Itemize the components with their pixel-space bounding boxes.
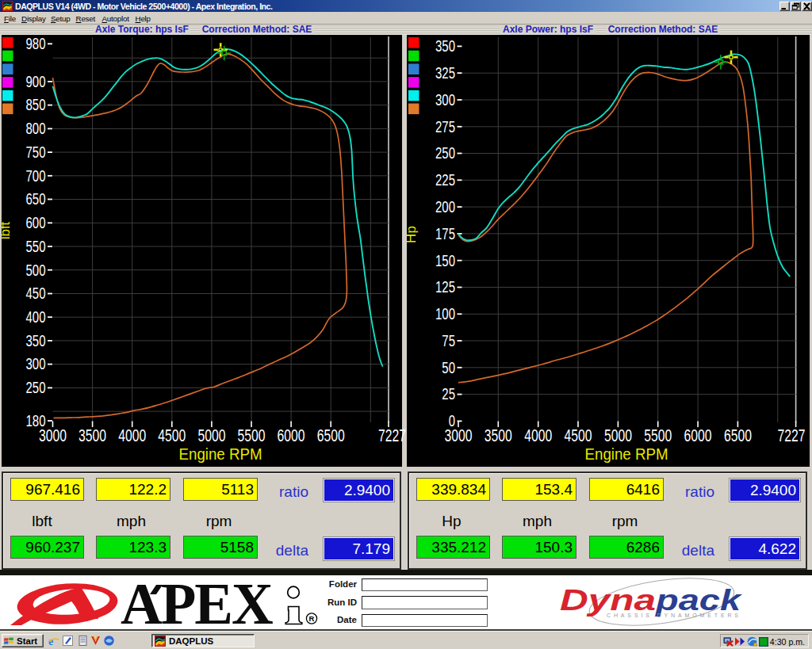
svg-text:250: 250 [435, 144, 455, 162]
svg-text:APEX: APEX [121, 575, 273, 631]
svg-text:5000: 5000 [197, 426, 225, 445]
svg-text:150: 150 [435, 252, 455, 269]
svg-text:4000: 4000 [118, 426, 146, 445]
svg-text:5000: 5000 [604, 426, 632, 445]
svg-text:pack: pack [655, 584, 743, 617]
svg-text:3500: 3500 [485, 426, 512, 445]
svg-text:50: 50 [442, 359, 455, 376]
svg-text:6500: 6500 [724, 426, 752, 445]
svg-text:800: 800 [26, 120, 46, 137]
svg-text:100: 100 [435, 305, 455, 323]
svg-text:125: 125 [435, 278, 455, 296]
svg-text:6000: 6000 [684, 426, 712, 445]
svg-text:Engine RPM: Engine RPM [585, 445, 668, 463]
svg-text:350: 350 [26, 332, 46, 349]
svg-text:6000: 6000 [278, 426, 305, 445]
svg-text:300: 300 [435, 91, 455, 109]
svg-text:550: 550 [26, 238, 46, 255]
svg-text:350: 350 [435, 37, 455, 55]
svg-text:400: 400 [26, 308, 46, 326]
svg-text:4000: 4000 [524, 426, 552, 445]
svg-text:275: 275 [435, 118, 455, 136]
svg-text:700: 700 [26, 167, 46, 185]
svg-text:250: 250 [26, 379, 46, 396]
svg-text:500: 500 [26, 262, 46, 279]
svg-text:980: 980 [26, 35, 46, 52]
svg-text:750: 750 [26, 143, 46, 161]
svg-text:75: 75 [442, 332, 455, 349]
svg-text:450: 450 [26, 284, 46, 302]
svg-text:6500: 6500 [317, 426, 345, 445]
svg-text:3000: 3000 [39, 426, 67, 445]
svg-text:4500: 4500 [565, 426, 592, 445]
svg-text:175: 175 [435, 225, 455, 242]
svg-text:650: 650 [26, 190, 46, 208]
svg-text:200: 200 [435, 198, 455, 216]
svg-text:850: 850 [26, 96, 46, 113]
svg-text:325: 325 [435, 64, 455, 82]
svg-text:7227: 7227 [778, 426, 806, 445]
svg-text:7227: 7227 [378, 426, 406, 445]
svg-text:3500: 3500 [79, 426, 106, 445]
svg-text:225: 225 [435, 171, 455, 189]
svg-text:Hp: Hp [407, 226, 419, 243]
svg-text:300: 300 [26, 355, 46, 372]
svg-text:lbft: lbft [2, 221, 13, 239]
svg-text:3000: 3000 [445, 426, 473, 445]
svg-text:900: 900 [26, 73, 46, 90]
svg-text:25: 25 [442, 385, 455, 403]
svg-text:5500: 5500 [644, 426, 672, 445]
svg-text:Engine RPM: Engine RPM [179, 445, 262, 463]
svg-text:600: 600 [26, 214, 46, 231]
svg-text:5500: 5500 [238, 426, 266, 445]
svg-text:4500: 4500 [158, 426, 186, 445]
svg-text:Dyna: Dyna [560, 584, 656, 617]
